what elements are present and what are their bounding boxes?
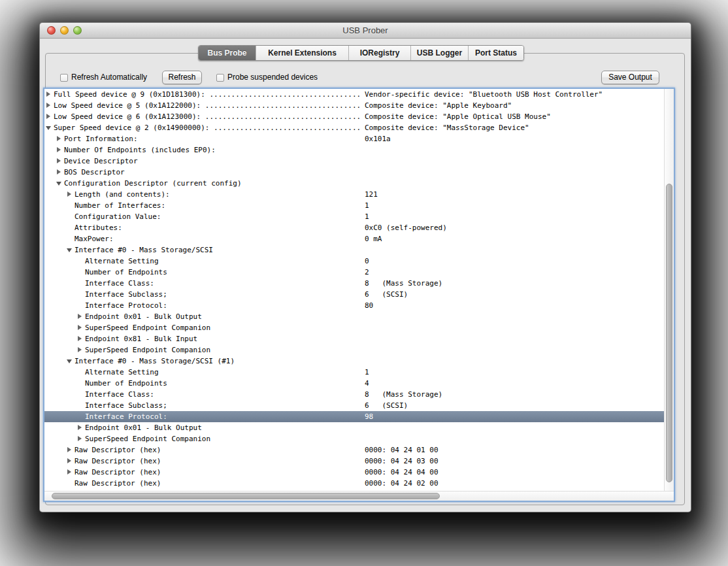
row-value: 1 — [365, 200, 369, 211]
probe-suspended-checkbox[interactable] — [216, 74, 224, 82]
row-value: 0000: 04 24 01 00 — [365, 444, 438, 456]
tree-row[interactable]: Device Descriptor — [44, 156, 664, 167]
tree-row[interactable]: Number of Interfaces:1 — [44, 200, 664, 211]
disclosure-open-icon[interactable] — [56, 178, 64, 189]
tree-row[interactable]: Raw Descriptor (hex)0000: 04 24 02 00 — [44, 478, 664, 489]
disclosure-closed-icon[interactable] — [56, 133, 64, 144]
tree-row[interactable]: Interface Protocol:80 — [44, 300, 664, 311]
disclosure-spacer — [77, 289, 85, 300]
row-value: 0 mA — [365, 233, 382, 244]
tree-row[interactable]: Interface Class:8 (Mass Storage) — [44, 389, 664, 400]
row-value: 0 — [365, 256, 369, 267]
tree-row[interactable]: Low Speed device @ 6 (0x1A123000): .....… — [44, 111, 664, 122]
row-label: Configuration Value: — [74, 212, 161, 221]
tree-row[interactable]: Interface Protocol:98 — [44, 411, 664, 422]
vertical-scrollbar-thumb[interactable] — [666, 184, 672, 482]
tree-row[interactable]: Attributes:0xC0 (self-powered) — [44, 222, 664, 233]
row-label: Raw Descriptor (hex) — [74, 446, 161, 454]
disclosure-open-icon[interactable] — [67, 356, 74, 367]
save-output-button[interactable]: Save Output — [601, 71, 659, 84]
row-label: Configuration Descriptor (current config… — [64, 179, 242, 188]
disclosure-closed-icon[interactable] — [46, 111, 54, 122]
disclosure-closed-icon[interactable] — [67, 444, 74, 456]
row-label: Interface Subclass; — [85, 290, 167, 299]
tab-bus-probe[interactable]: Bus Probe — [199, 46, 256, 60]
disclosure-open-icon[interactable] — [46, 122, 54, 133]
disclosure-closed-icon[interactable] — [46, 100, 54, 111]
horizontal-scrollbar-thumb[interactable] — [52, 493, 440, 499]
disclosure-spacer — [77, 389, 85, 400]
row-label: Low Speed device @ 5 (0x1A122000): .....… — [54, 101, 361, 110]
disclosure-open-icon[interactable] — [67, 244, 74, 256]
tree-row[interactable]: Low Speed device @ 5 (0x1A122000): .....… — [44, 100, 664, 111]
disclosure-closed-icon[interactable] — [46, 89, 54, 100]
row-value: 4 — [365, 378, 369, 389]
titlebar[interactable]: USB Prober — [40, 23, 691, 39]
disclosure-closed-icon[interactable] — [77, 433, 85, 444]
disclosure-closed-icon[interactable] — [67, 456, 74, 467]
horizontal-scrollbar[interactable] — [44, 491, 674, 501]
tree-row[interactable]: Interface Subclass;6 (SCSI) — [44, 289, 664, 300]
disclosure-closed-icon[interactable] — [56, 167, 64, 178]
tree-row[interactable]: Raw Descriptor (hex)0000: 04 24 04 00 — [44, 467, 664, 478]
row-label: SuperSpeed Endpoint Companion — [85, 324, 210, 332]
tree-row[interactable]: Alternate Setting0 — [44, 256, 664, 267]
disclosure-spacer — [67, 478, 74, 489]
tree-row[interactable]: MaxPower:0 mA — [44, 233, 664, 244]
tab-port-status[interactable]: Port Status — [468, 46, 523, 60]
tab-ioregistry[interactable]: IORegistry — [348, 46, 410, 60]
tree-row[interactable]: Configuration Descriptor (current config… — [44, 178, 664, 189]
tree-row[interactable]: Interface #0 - Mass Storage/SCSI (#1) — [44, 356, 664, 367]
tree-row[interactable]: Interface Class:8 (Mass Storage) — [44, 278, 664, 289]
row-value: 121 — [365, 189, 378, 200]
tree-row[interactable]: Port Information:0x101a — [44, 133, 664, 144]
disclosure-spacer — [77, 367, 85, 378]
disclosure-closed-icon[interactable] — [77, 422, 85, 433]
disclosure-spacer — [67, 233, 74, 244]
tree-row[interactable]: Number of Endpoints4 — [44, 378, 664, 389]
tree-row[interactable]: Full Speed device @ 9 (0x1D181300): ....… — [44, 89, 664, 100]
tree-row[interactable]: Endpoint 0x81 - Bulk Input — [44, 333, 664, 344]
row-value: 0xC0 (self-powered) — [365, 222, 447, 233]
vertical-scrollbar[interactable] — [664, 89, 674, 491]
tab-kernel-extensions[interactable]: Kernel Extensions — [256, 46, 348, 60]
disclosure-spacer — [67, 211, 74, 222]
usb-prober-window: USB Prober Bus Probe Kernel Extensions I… — [39, 22, 691, 512]
disclosure-closed-icon[interactable] — [77, 322, 85, 333]
tree-row[interactable]: Configuration Value:1 — [44, 211, 664, 222]
tree-row[interactable]: Super Speed device @ 2 (0x14900000): ...… — [44, 122, 664, 133]
tab-bar: Bus Probe Kernel Extensions IORegistry U… — [198, 45, 524, 61]
tree-row[interactable]: Interface #0 - Mass Storage/SCSI — [44, 244, 664, 256]
disclosure-spacer — [77, 300, 85, 311]
row-label: Endpoint 0x01 - Bulk Output — [85, 312, 202, 321]
row-value: 98 — [365, 411, 373, 422]
tree-row[interactable]: SuperSpeed Endpoint Companion — [44, 433, 664, 444]
tree-row[interactable]: Raw Descriptor (hex)0000: 04 24 03 00 — [44, 456, 664, 467]
disclosure-closed-icon[interactable] — [77, 333, 85, 344]
disclosure-closed-icon[interactable] — [77, 311, 85, 322]
tree-row[interactable]: SuperSpeed Endpoint Companion — [44, 344, 664, 356]
tree-row[interactable]: Number of Endpoints2 — [44, 267, 664, 278]
tree-row[interactable]: Endpoint 0x01 - Bulk Output — [44, 311, 664, 322]
disclosure-closed-icon[interactable] — [67, 467, 74, 478]
row-label: Port Information: — [64, 135, 138, 143]
disclosure-closed-icon[interactable] — [56, 144, 64, 156]
tree-row[interactable]: BOS Descriptor — [44, 167, 664, 178]
refresh-automatically-checkbox[interactable] — [60, 74, 68, 82]
row-label: Raw Descriptor (hex) — [74, 457, 161, 465]
refresh-button[interactable]: Refresh — [162, 71, 202, 84]
disclosure-closed-icon[interactable] — [67, 189, 74, 200]
probe-suspended-label: Probe suspended devices — [227, 73, 318, 82]
disclosure-closed-icon[interactable] — [77, 344, 85, 356]
tree-row[interactable]: Alternate Setting1 — [44, 367, 664, 378]
row-label: SuperSpeed Endpoint Companion — [85, 435, 210, 443]
tree-row[interactable]: SuperSpeed Endpoint Companion — [44, 322, 664, 333]
tree-row[interactable]: Endpoint 0x01 - Bulk Output — [44, 422, 664, 433]
tab-usb-logger[interactable]: USB Logger — [410, 46, 468, 60]
tree-row[interactable]: Number Of Endpoints (includes EP0): — [44, 144, 664, 156]
tree-row[interactable]: Length (and contents):121 — [44, 189, 664, 200]
tree-row[interactable]: Raw Descriptor (hex)0000: 04 24 01 00 — [44, 444, 664, 456]
tree-row[interactable]: Interface Subclass;6 (SCSI) — [44, 400, 664, 411]
row-label: Low Speed device @ 6 (0x1A123000): .....… — [54, 112, 361, 121]
disclosure-closed-icon[interactable] — [56, 156, 64, 167]
